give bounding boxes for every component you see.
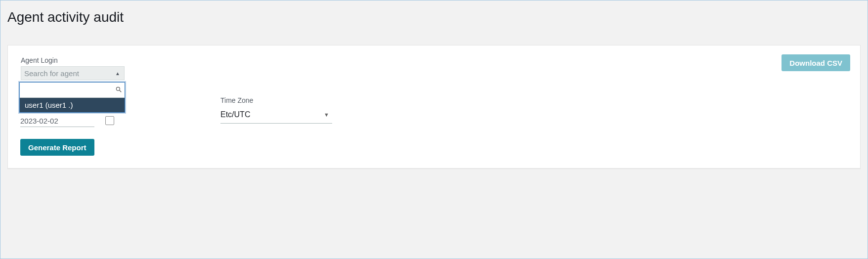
download-csv-wrap: Download CSV [781,54,850,71]
page-title: Agent activity audit [0,0,868,25]
caret-up-icon: ▲ [115,71,120,76]
date-field[interactable]: 2023-02-02 [20,116,114,125]
agent-search-row [20,83,125,98]
generate-report-wrap: Generate Report [20,139,94,156]
agent-option[interactable]: user1 (user1 .) [20,98,125,112]
timezone-label: Time Zone [220,96,332,104]
agent-login-placeholder: Search for agent [24,69,79,78]
date-underline [20,127,94,127]
agent-login-dropdown: user1 (user1 .) [19,82,125,113]
timezone-field: Time Zone Etc/UTC ▼ [220,96,332,124]
caret-down-icon: ▼ [324,112,329,118]
agent-login-combobox[interactable]: Search for agent ▲ [21,66,125,80]
timezone-select[interactable]: Etc/UTC ▼ [220,107,332,124]
agent-login-label: Agent Login [21,56,847,64]
generate-report-button[interactable]: Generate Report [20,139,94,156]
svg-line-1 [120,90,122,92]
download-csv-button[interactable]: Download CSV [781,54,850,71]
date-value: 2023-02-02 [20,117,58,125]
timezone-value: Etc/UTC [220,110,250,119]
search-icon [113,86,125,94]
report-criteria-card: Download CSV Agent Login Search for agen… [7,45,861,169]
agent-search-input[interactable] [20,83,113,97]
svg-point-0 [116,87,120,90]
app-frame: Agent activity audit Download CSV Agent … [0,0,868,259]
calendar-icon [105,116,114,125]
agent-login-field: Agent Login Search for agent ▲ [21,56,847,80]
